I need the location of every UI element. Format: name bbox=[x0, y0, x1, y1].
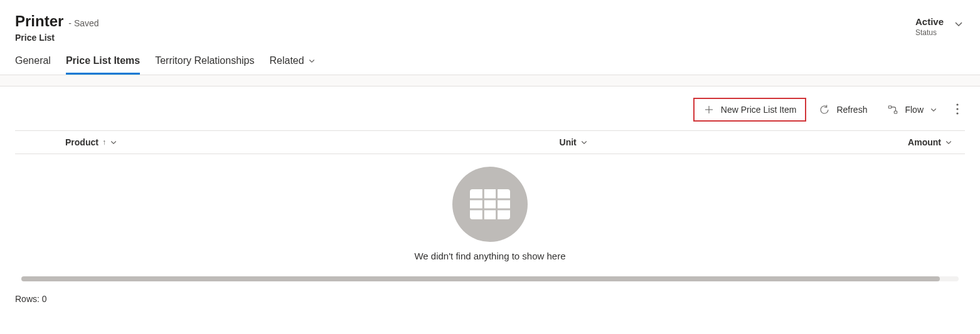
rows-count: Rows: 0 bbox=[15, 294, 47, 304]
refresh-label: Refresh bbox=[836, 105, 867, 115]
tab-related-label: Related bbox=[269, 55, 304, 66]
title-row: Printer - Saved bbox=[15, 13, 99, 30]
flow-button[interactable]: Flow bbox=[880, 100, 945, 119]
header-left: Printer - Saved Price List bbox=[15, 13, 99, 43]
chevron-down-icon bbox=[954, 19, 964, 29]
status-block: Active Status bbox=[915, 16, 944, 37]
empty-state: We didn't find anything to show here bbox=[15, 154, 965, 268]
grid-toolbar: New Price List Item Refresh Flow bbox=[15, 86, 965, 131]
empty-state-message: We didn't find anything to show here bbox=[414, 251, 565, 261]
tab-price-list-items[interactable]: Price List Items bbox=[66, 55, 140, 75]
column-header-product-label: Product bbox=[65, 137, 99, 147]
chevron-down-icon bbox=[580, 138, 588, 146]
saved-indicator: - Saved bbox=[68, 18, 99, 28]
svg-rect-2 bbox=[889, 106, 892, 108]
svg-rect-3 bbox=[895, 111, 898, 113]
empty-state-circle bbox=[452, 167, 528, 242]
svg-point-4 bbox=[956, 103, 958, 105]
grid-header-row: Product ↑ Unit Amount bbox=[15, 131, 965, 154]
tab-gutter bbox=[0, 75, 980, 86]
tab-territory-relationships[interactable]: Territory Relationships bbox=[155, 55, 254, 75]
horizontal-scrollbar-thumb[interactable] bbox=[21, 276, 940, 281]
header-right: Active Status bbox=[915, 16, 965, 37]
chevron-down-icon bbox=[945, 138, 952, 146]
column-header-amount-label: Amount bbox=[908, 137, 941, 147]
refresh-button[interactable]: Refresh bbox=[811, 100, 875, 119]
chevron-down-icon bbox=[110, 138, 117, 146]
page-title: Printer bbox=[15, 13, 63, 30]
page-subtitle: Price List bbox=[15, 33, 99, 43]
svg-point-6 bbox=[956, 112, 958, 114]
page-header: Printer - Saved Price List Active Status bbox=[0, 0, 980, 43]
plus-icon bbox=[703, 104, 715, 115]
chevron-down-icon bbox=[930, 106, 937, 113]
more-commands-button[interactable] bbox=[950, 100, 965, 120]
svg-point-5 bbox=[956, 108, 958, 110]
grid-icon bbox=[470, 189, 510, 219]
grid-container: New Price List Item Refresh Flow Product… bbox=[0, 86, 980, 281]
header-expand-button[interactable] bbox=[952, 18, 965, 30]
chevron-down-icon bbox=[308, 57, 316, 65]
tab-bar: General Price List Items Territory Relat… bbox=[0, 43, 980, 75]
tab-related[interactable]: Related bbox=[269, 55, 315, 75]
status-label: Status bbox=[915, 28, 944, 37]
column-header-product[interactable]: Product ↑ bbox=[46, 137, 560, 147]
new-price-list-item-button[interactable]: New Price List Item bbox=[693, 98, 807, 122]
horizontal-scrollbar[interactable] bbox=[21, 276, 959, 281]
svg-rect-7 bbox=[470, 189, 510, 219]
vertical-ellipsis-icon bbox=[956, 103, 959, 115]
new-price-list-item-label: New Price List Item bbox=[721, 105, 797, 115]
sort-ascending-icon: ↑ bbox=[102, 138, 106, 147]
tab-general[interactable]: General bbox=[15, 55, 51, 75]
status-value: Active bbox=[915, 16, 944, 27]
flow-label: Flow bbox=[905, 105, 924, 115]
column-header-amount[interactable]: Amount bbox=[844, 137, 965, 147]
column-header-unit[interactable]: Unit bbox=[560, 137, 844, 147]
refresh-icon bbox=[819, 104, 830, 115]
grid-footer: Rows: 0 bbox=[0, 281, 980, 304]
flow-icon bbox=[887, 104, 898, 115]
column-header-unit-label: Unit bbox=[560, 137, 577, 147]
